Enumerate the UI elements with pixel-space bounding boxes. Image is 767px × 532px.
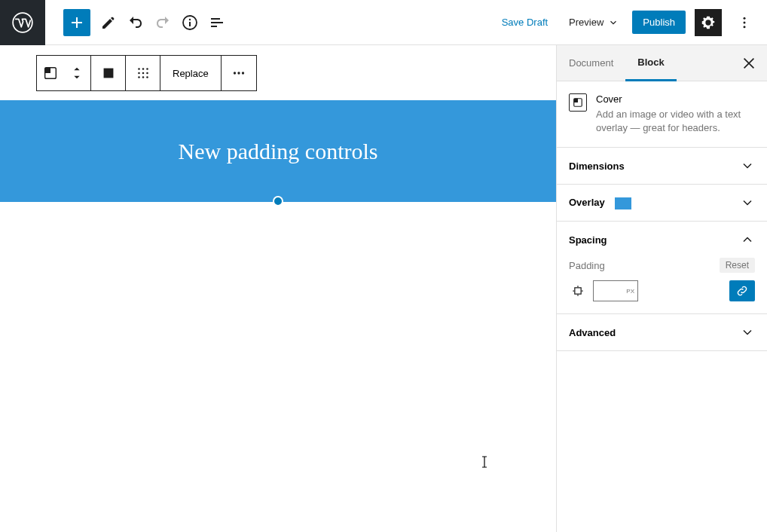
close-icon <box>741 55 757 72</box>
chevron-up-icon <box>740 232 755 247</box>
svg-point-21 <box>242 72 244 74</box>
svg-point-17 <box>142 76 144 78</box>
panel-spacing-body: Padding Reset PX <box>557 258 767 313</box>
save-draft-button[interactable]: Save Draft <box>494 11 555 34</box>
panel-spacing-label: Spacing <box>569 234 607 246</box>
more-horizontal-icon <box>231 65 247 81</box>
block-type-button[interactable] <box>37 65 64 81</box>
cover-icon <box>573 97 583 108</box>
box-sides-icon <box>570 283 585 298</box>
block-header: Cover Add an image or video with a text … <box>557 81 767 148</box>
outline-button[interactable] <box>203 9 231 36</box>
replace-button[interactable]: Replace <box>160 56 222 90</box>
panel-advanced-label: Advanced <box>569 327 616 338</box>
grid-position-icon <box>135 65 151 81</box>
editor-top-bar: Save Draft Preview Publish <box>0 0 767 45</box>
cover-resize-handle[interactable] <box>273 196 283 206</box>
svg-point-2 <box>189 18 191 20</box>
cover-block-icon <box>42 65 59 81</box>
svg-rect-24 <box>575 288 581 294</box>
padding-sides-button[interactable] <box>569 282 587 300</box>
panel-dimensions-toggle[interactable]: Dimensions <box>557 148 767 184</box>
svg-point-16 <box>138 76 140 78</box>
padding-link-sides-button[interactable] <box>729 280 755 301</box>
settings-sidebar: Document Block Cover Add an image or vid… <box>556 45 767 532</box>
panel-dimensions: Dimensions <box>557 148 767 185</box>
topbar-right-group: Save Draft Preview Publish <box>494 9 767 36</box>
wordpress-icon <box>12 12 33 33</box>
chevron-down-icon <box>740 195 755 210</box>
sidebar-close-button[interactable] <box>737 51 761 75</box>
panel-overlay-label: Overlay <box>569 197 631 209</box>
svg-point-14 <box>142 72 144 75</box>
align-button[interactable] <box>91 56 126 90</box>
publish-button[interactable]: Publish <box>632 11 686 34</box>
svg-rect-8 <box>44 68 50 73</box>
text-cursor <box>481 456 488 468</box>
svg-rect-23 <box>574 99 578 102</box>
svg-point-13 <box>138 72 140 75</box>
undo-button[interactable] <box>122 9 149 36</box>
block-description: Add an image or video with a text overla… <box>596 108 755 135</box>
svg-point-15 <box>146 72 148 75</box>
info-icon <box>181 14 199 32</box>
align-full-icon <box>100 65 117 81</box>
panel-overlay-text: Overlay <box>569 197 605 208</box>
cover-heading[interactable]: New padding controls <box>179 139 378 164</box>
svg-point-18 <box>146 76 148 78</box>
svg-point-12 <box>146 68 148 70</box>
pencil-icon <box>99 14 118 32</box>
link-icon <box>735 284 749 298</box>
panel-spacing: Spacing Padding Reset PX <box>557 222 767 314</box>
editor-canvas[interactable]: Replace New padding controls <box>0 45 556 532</box>
svg-point-6 <box>744 26 746 28</box>
settings-button[interactable] <box>695 9 722 36</box>
panel-dimensions-label: Dimensions <box>569 161 625 172</box>
tab-block[interactable]: Block <box>625 45 676 81</box>
content-position-button[interactable] <box>126 56 160 90</box>
block-toolbar: Replace <box>36 55 257 91</box>
svg-point-4 <box>744 17 746 19</box>
add-block-button[interactable] <box>63 9 90 36</box>
move-arrows-icon <box>71 65 83 81</box>
gear-icon <box>700 14 717 31</box>
preview-label: Preview <box>569 17 604 28</box>
svg-rect-3 <box>189 22 191 26</box>
tab-document[interactable]: Document <box>557 45 625 81</box>
overlay-color-swatch <box>615 197 631 209</box>
chevron-down-icon <box>740 158 755 173</box>
wordpress-logo[interactable] <box>0 0 45 45</box>
padding-value-input[interactable]: PX <box>593 280 638 301</box>
panel-overlay: Overlay <box>557 185 767 222</box>
svg-point-20 <box>237 72 240 74</box>
sidebar-tabs: Document Block <box>557 45 767 81</box>
plus-icon <box>68 14 86 32</box>
block-header-icon <box>569 93 587 112</box>
svg-point-5 <box>744 21 746 23</box>
cover-block[interactable]: New padding controls <box>0 100 556 202</box>
undo-icon <box>127 14 145 32</box>
svg-point-19 <box>234 72 236 74</box>
padding-label: Padding <box>569 260 605 271</box>
svg-point-10 <box>138 68 140 70</box>
more-vertical-icon <box>737 15 752 30</box>
info-button[interactable] <box>176 9 203 36</box>
chevron-down-icon <box>740 325 755 340</box>
list-view-icon <box>208 14 226 32</box>
panel-advanced: Advanced <box>557 314 767 351</box>
svg-point-11 <box>142 68 144 70</box>
block-type-cell <box>37 56 91 90</box>
padding-unit: PX <box>626 288 634 295</box>
padding-reset-button[interactable]: Reset <box>720 258 755 273</box>
preview-button[interactable]: Preview <box>564 11 623 34</box>
panel-spacing-toggle[interactable]: Spacing <box>557 222 767 258</box>
chevron-down-icon <box>608 17 619 28</box>
panel-advanced-toggle[interactable]: Advanced <box>557 314 767 350</box>
block-move-buttons[interactable] <box>64 65 91 81</box>
redo-button <box>149 9 176 36</box>
more-options-button[interactable] <box>731 9 758 36</box>
panel-overlay-toggle[interactable]: Overlay <box>557 185 767 221</box>
redo-icon <box>154 14 172 32</box>
block-more-button[interactable] <box>222 56 256 90</box>
edit-tool-button[interactable] <box>95 9 122 36</box>
